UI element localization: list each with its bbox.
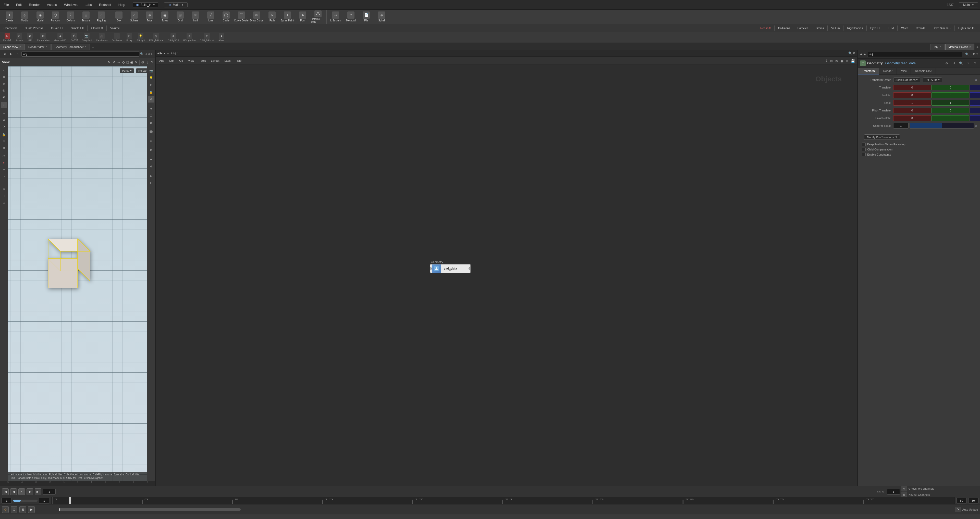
prop-search-btn[interactable]: 🔍: [958, 60, 964, 66]
child-compensation-checkbox[interactable]: [862, 148, 865, 151]
uniform-scale-indicator[interactable]: [974, 125, 978, 127]
chars-simplefx[interactable]: Simple FX: [68, 26, 86, 30]
path-home-btn[interactable]: ⌂: [167, 52, 169, 55]
pivot-translate-x[interactable]: [893, 108, 931, 113]
key-all-channels[interactable]: ⊞ Key All Channels: [901, 492, 978, 498]
rotate-z[interactable]: [970, 92, 980, 98]
anim-play-btn[interactable]: ▶: [28, 506, 35, 513]
scale-z[interactable]: [970, 100, 980, 106]
lt-paint[interactable]: ✏: [1, 166, 7, 172]
path-search-icon[interactable]: 🔍: [848, 51, 852, 55]
enable-constraints-checkbox[interactable]: [862, 153, 865, 156]
node-left-connector[interactable]: [430, 267, 432, 270]
rs-about-btn[interactable]: ℹ About: [216, 33, 227, 42]
view-select2-icon[interactable]: ↗: [112, 60, 115, 64]
node-edit-btn[interactable]: Edit: [168, 59, 176, 63]
rt-light[interactable]: 💡: [148, 75, 154, 81]
prop-tab-redshift[interactable]: Redshift OBJ: [911, 68, 936, 75]
lt-deform[interactable]: ⌇: [1, 179, 7, 186]
rs-rslightsun-btn[interactable]: ☀ RSLightSun: [181, 33, 197, 42]
tool-path[interactable]: ⤷Path: [265, 11, 280, 23]
menu-redshift[interactable]: Redshift: [97, 2, 113, 7]
tab-scene-view-close[interactable]: ✕: [19, 45, 21, 48]
node-right-connector[interactable]: [469, 267, 471, 270]
rt-dot[interactable]: [150, 130, 153, 133]
view-search-icon[interactable]: 🔍: [140, 52, 144, 56]
lt-tool3[interactable]: ⟳: [1, 124, 7, 130]
path-back-btn[interactable]: ◀: [157, 51, 159, 55]
tab-geometry-spreadsheet-close[interactable]: ✕: [84, 45, 86, 48]
rotate-y[interactable]: [932, 92, 969, 98]
rt-shading[interactable]: ◈: [148, 105, 154, 112]
tab-geometry-spreadsheet[interactable]: Geometry Spreadsheet ✕: [51, 44, 90, 50]
timeline-start-input[interactable]: [2, 498, 12, 503]
nrp-forward-btn[interactable]: ▶: [864, 52, 865, 56]
nrp-icon3[interactable]: ⊞: [973, 52, 975, 56]
toolbar-deform[interactable]: ⌇ Deform: [63, 11, 78, 23]
view-select4-icon[interactable]: ⊹: [122, 60, 125, 64]
timeline-end-input[interactable]: [39, 498, 49, 503]
chars-guide[interactable]: Guide Process: [22, 26, 46, 30]
view-select-icon[interactable]: ↖: [108, 60, 111, 64]
step-back-btn[interactable]: ◀: [10, 489, 17, 495]
rt-pen[interactable]: ✏: [148, 138, 154, 144]
rt-lock[interactable]: 🔒: [148, 89, 154, 95]
tab-add-middle[interactable]: +: [975, 44, 980, 50]
rs-assets-btn[interactable]: ⊙ Assets: [14, 33, 25, 42]
view-settings-icon[interactable]: ⚙: [141, 60, 145, 64]
chars-rigid[interactable]: Rigid Bodies: [845, 26, 865, 30]
rt-view[interactable]: ⊛: [148, 96, 154, 103]
rs-objparms-btn[interactable]: ⊹ ObjParms: [110, 33, 124, 42]
tool-sphere[interactable]: ○Sphere: [127, 11, 142, 23]
chars-terrain[interactable]: Terrain FX: [48, 26, 66, 30]
lt-edit[interactable]: ⊸: [1, 173, 7, 179]
lt-select5[interactable]: ◉: [1, 94, 7, 100]
node-layout-btn[interactable]: Layout: [210, 59, 221, 63]
path-settings-icon[interactable]: ⚙: [853, 51, 856, 55]
window-title-arrow[interactable]: ▾: [153, 3, 155, 6]
rs-rslightportal-btn[interactable]: ⊞ RSLightPortal: [198, 33, 216, 42]
node-go-btn[interactable]: Go: [178, 59, 185, 63]
view-render-btn[interactable]: ⬡: [151, 52, 154, 56]
node-toolbar-icon4[interactable]: ◉: [840, 59, 843, 63]
translate-y[interactable]: [932, 85, 969, 90]
viewport[interactable]: ↖ ✕ ◈ ◎ ◉ ↑ ⊹ ⌀ ⟳ 🔒 ⊛ ⊠ ⬡ ● ✏ ⊸ ⌇: [0, 66, 155, 481]
nrp-icon4[interactable]: ?: [977, 52, 978, 56]
pivot-translate-z[interactable]: [970, 108, 980, 113]
node-tools-btn[interactable]: Tools: [198, 59, 207, 63]
modify-pre-transform-dropdown[interactable]: Modify Pre-Transform ▾: [864, 134, 900, 140]
menu-assets[interactable]: Assets: [45, 2, 59, 7]
lt-merge[interactable]: ⊙: [1, 200, 7, 206]
tool-file[interactable]: 📄File: [359, 11, 374, 23]
play-backwards-btn[interactable]: ▪: [18, 489, 25, 495]
chars-particles[interactable]: Particles: [795, 26, 811, 30]
rs-rslight-btn[interactable]: 💡 RSLight: [135, 33, 147, 42]
tool-grid[interactable]: ⊞Grid: [173, 11, 188, 23]
prop-tab-render[interactable]: Render: [879, 68, 897, 75]
view-help-icon[interactable]: ?: [151, 60, 153, 64]
rt-checkerboard[interactable]: ⊟: [148, 179, 154, 186]
tool-draw-curve[interactable]: ✏Draw Curve: [249, 11, 264, 23]
menu-edit[interactable]: Edit: [14, 2, 23, 7]
rs-camparms-btn[interactable]: 🎥 CamParms: [94, 33, 110, 42]
rt-move[interactable]: ⇥: [148, 156, 154, 163]
tool-tube[interactable]: ⌀Tube: [142, 11, 157, 23]
tab-obj[interactable]: /obj ✕: [931, 44, 945, 50]
toolbar-rigging[interactable]: ⊿ Rigging: [94, 11, 109, 23]
lt-select4[interactable]: ◎: [1, 87, 7, 93]
rs-rslightdome-btn[interactable]: ◎ RSLightDome: [147, 33, 165, 42]
chars-redshift[interactable]: Redshift: [758, 26, 773, 30]
toolbar-polygon[interactable]: ⬡ Polygon: [48, 11, 63, 23]
pivot-translate-y[interactable]: [932, 108, 969, 113]
tab-scene-view[interactable]: Scene View ✕: [0, 44, 24, 50]
chars-drive[interactable]: Drive Simula...: [930, 26, 954, 30]
menu-labs[interactable]: Labs: [83, 2, 94, 7]
uniform-scale-input[interactable]: [893, 123, 908, 129]
nrp-back-btn[interactable]: ◀: [860, 52, 862, 56]
menu-file[interactable]: File: [2, 2, 11, 7]
rs-onoff-btn[interactable]: ⏻ On/Off: [69, 33, 80, 42]
play-btn[interactable]: ▶: [27, 489, 33, 495]
rotate-x[interactable]: [893, 92, 931, 98]
lt-geo[interactable]: ⬡: [1, 153, 7, 159]
lt-snap[interactable]: 🔒: [1, 132, 7, 138]
